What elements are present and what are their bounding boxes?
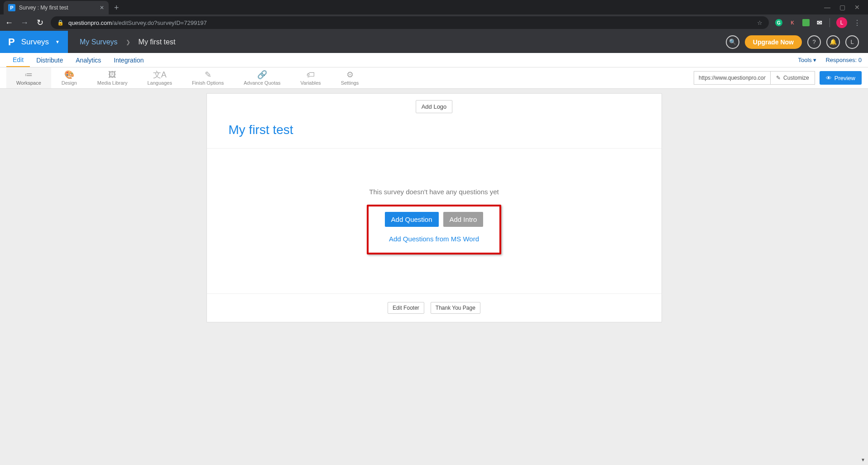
header-right: 🔍 Upgrade Now ? 🔔 L [726, 35, 868, 49]
ribbon-finish-options[interactable]: ✎ Finish Options [182, 67, 234, 88]
add-logo-button[interactable]: Add Logo [416, 100, 453, 113]
url-text: questionpro.com/a/editSurvey.do?surveyID… [68, 19, 207, 26]
ribbon-label: Variables [301, 80, 321, 86]
surveys-dropdown-label: Surveys [21, 38, 49, 47]
add-intro-button[interactable]: Add Intro [443, 212, 484, 227]
new-tab-button[interactable]: + [109, 1, 125, 14]
k-ext-icon[interactable]: K [789, 19, 796, 26]
window-minimize-icon[interactable]: — [824, 4, 830, 11]
advance-quotas-icon: 🔗 [257, 70, 267, 79]
survey-card-header: Add Logo My first test [207, 94, 662, 149]
ribbon-label: Settings [341, 80, 359, 86]
ribbon-label: Design [62, 80, 77, 86]
ribbon-languages[interactable]: 文A Languages [137, 67, 182, 88]
window-close-icon[interactable]: ✕ [854, 4, 860, 11]
ribbon-label: Languages [147, 80, 172, 86]
chevron-right-icon: ❯ [126, 39, 130, 45]
app-header: P Surveys ▼ My Surveys ❯ My first test 🔍… [0, 31, 868, 53]
ribbon-settings[interactable]: ⚙ Settings [331, 67, 369, 88]
app-logo-icon: P [8, 36, 15, 48]
close-tab-icon[interactable]: ✕ [100, 5, 104, 11]
customize-button[interactable]: ✎ Customize [771, 71, 815, 85]
ribbon-advance-quotas[interactable]: 🔗 Advance Quotas [234, 67, 290, 88]
canvas-area: Add Logo My first test This survey doesn… [0, 89, 868, 322]
divider [830, 18, 830, 27]
survey-card-footer: Edit Footer Thank You Page [207, 293, 662, 322]
responses-link[interactable]: Responses: 0 [825, 57, 862, 63]
ribbon-media-library[interactable]: 🖼 Media Library [87, 67, 138, 88]
subnav-integration[interactable]: Integration [107, 54, 150, 67]
add-buttons-row: Add Question Add Intro [385, 212, 484, 227]
upgrade-button[interactable]: Upgrade Now [745, 35, 802, 49]
pencil-icon: ✎ [776, 75, 781, 81]
back-button-icon[interactable]: ← [5, 18, 14, 28]
ribbon-design[interactable]: 🎨 Design [51, 67, 87, 88]
browser-toolbar: ← → ↻ 🔒 questionpro.com/a/editSurvey.do?… [0, 14, 868, 31]
add-question-button[interactable]: Add Question [385, 212, 439, 227]
settings-icon: ⚙ [346, 70, 354, 79]
grammarly-ext-icon[interactable]: G [775, 19, 782, 26]
browser-tab[interactable]: P Survey : My first test ✕ [4, 1, 109, 14]
mail-ext-icon[interactable]: ✉ [816, 19, 823, 26]
window-maximize-icon[interactable]: ▢ [839, 4, 845, 11]
ribbon-label: Media Library [97, 80, 128, 86]
empty-state-text: This survey doesn't have any questions y… [369, 188, 499, 196]
subnav-analytics[interactable]: Analytics [69, 54, 107, 67]
finish-options-icon: ✎ [205, 70, 211, 79]
user-avatar[interactable]: L [845, 35, 859, 49]
bookmark-star-icon[interactable]: ☆ [757, 19, 762, 26]
browser-profile-avatar[interactable]: L [836, 17, 847, 28]
chevron-down-icon: ▾ [813, 57, 816, 63]
help-icon[interactable]: ? [807, 35, 821, 49]
survey-url-input[interactable] [694, 71, 771, 85]
window-controls: — ▢ ✕ [824, 0, 868, 14]
browser-tab-strip: P Survey : My first test ✕ + — ▢ ✕ [0, 0, 868, 14]
breadcrumb: My Surveys ❯ My first test [68, 38, 187, 46]
subnav-right: Tools ▾ Responses: 0 [798, 57, 862, 63]
preview-button[interactable]: 👁 Preview [820, 71, 862, 85]
variables-icon: 🏷 [307, 70, 315, 79]
chevron-down-icon: ▼ [55, 39, 60, 44]
ribbon-variables[interactable]: 🏷 Variables [291, 67, 331, 88]
breadcrumb-current: My first test [139, 38, 176, 46]
media-library-icon: 🖼 [108, 70, 116, 79]
breadcrumb-root[interactable]: My Surveys [80, 38, 118, 46]
survey-title[interactable]: My first test [229, 123, 640, 137]
ribbon-label: Finish Options [192, 80, 224, 86]
ribbon-label: Workspace [16, 80, 41, 86]
forward-button-icon[interactable]: → [20, 18, 29, 28]
browser-menu-icon[interactable]: ⋮ [854, 19, 861, 27]
scroll-down-icon[interactable]: ▼ [861, 457, 865, 462]
tab-title: Survey : My first test [19, 5, 68, 11]
reload-button-icon[interactable]: ↻ [35, 18, 44, 28]
thank-you-page-button[interactable]: Thank You Page [431, 302, 480, 314]
tab-favicon: P [8, 4, 15, 11]
bell-icon[interactable]: 🔔 [826, 35, 840, 49]
design-icon: 🎨 [64, 70, 74, 79]
ribbon-workspace[interactable]: ≔ Workspace [6, 67, 51, 88]
edit-footer-button[interactable]: Edit Footer [388, 302, 424, 314]
sub-nav: Edit Distribute Analytics Integration To… [0, 53, 868, 67]
add-from-ms-word-link[interactable]: Add Questions from MS Word [389, 235, 479, 243]
extension-icons: G K ✉ L ⋮ [775, 17, 863, 28]
lock-icon: 🔒 [57, 19, 64, 26]
survey-card: Add Logo My first test This survey doesn… [206, 93, 662, 322]
workspace-icon: ≔ [24, 70, 33, 79]
highlight-box: Add Question Add Intro Add Questions fro… [367, 205, 502, 254]
subnav-edit[interactable]: Edit [6, 53, 30, 67]
ribbon-label: Advance Quotas [244, 80, 280, 86]
subnav-distribute[interactable]: Distribute [30, 54, 69, 67]
ribbon-toolbar: ≔ Workspace 🎨 Design 🖼 Media Library 文A … [0, 67, 868, 89]
survey-body: This survey doesn't have any questions y… [207, 149, 662, 293]
green-ext-icon[interactable] [802, 19, 810, 26]
ribbon-right: ✎ Customize 👁 Preview [694, 71, 862, 85]
eye-icon: 👁 [826, 75, 832, 81]
address-bar[interactable]: 🔒 questionpro.com/a/editSurvey.do?survey… [51, 16, 769, 29]
search-icon[interactable]: 🔍 [726, 35, 739, 49]
tools-dropdown[interactable]: Tools ▾ [798, 57, 817, 63]
logo-block[interactable]: P Surveys ▼ [0, 31, 68, 53]
languages-icon: 文A [153, 70, 167, 79]
